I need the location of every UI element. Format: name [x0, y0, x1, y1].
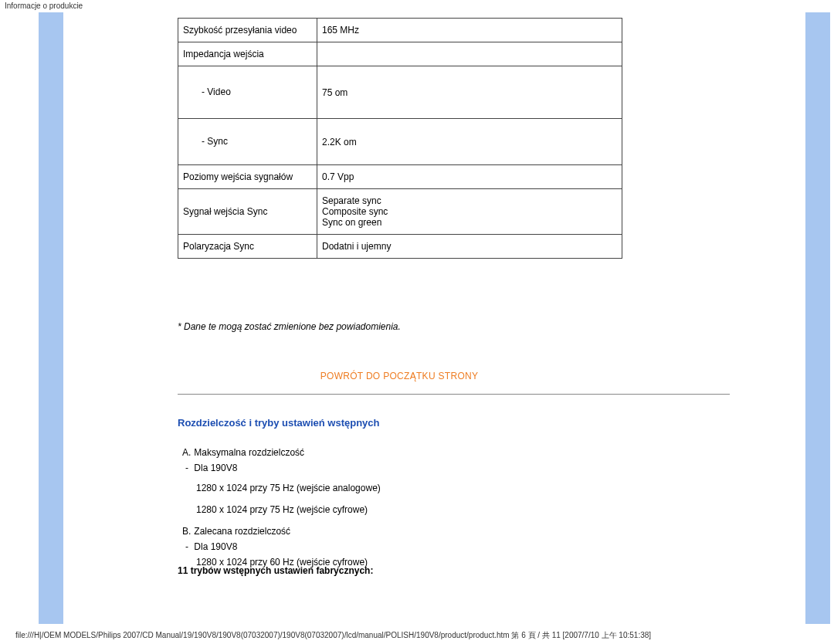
list-text: Dla 190V8 — [194, 541, 237, 552]
spec-label: Szybkość przesyłania video — [178, 19, 317, 42]
spec-label: Polaryzacja Sync — [178, 235, 317, 259]
left-margin-band — [39, 12, 63, 624]
factory-presets-heading: 11 trybów wstępnych ustawień fabrycznych… — [178, 565, 373, 576]
back-to-top-container: POWRÓT DO POCZĄTKU STRONY — [63, 371, 735, 381]
list-item: 1280 x 1024 przy 75 Hz (wejście analogow… — [178, 480, 381, 496]
table-row: Polaryzacja Sync Dodatni i ujemny — [178, 235, 622, 259]
section-heading-resolution: Rozdzielczość i tryby ustawień wstępnych — [178, 417, 380, 429]
document-footer-path: file:///H|/OEM MODELS/Philips 2007/CD Ma… — [15, 630, 819, 641]
spec-value — [317, 42, 622, 66]
horizontal-divider — [178, 394, 730, 395]
disclaimer-text: * Dane te mogą zostać zmienione bez powi… — [178, 321, 401, 332]
spec-label: Sygnał wejścia Sync — [178, 189, 317, 235]
list-marker-a: A. — [178, 445, 192, 460]
list-text: Zalecana rozdzielczość — [194, 526, 290, 537]
list-item: - Dla 190V8 — [178, 539, 381, 554]
list-marker-dash: - — [178, 460, 192, 476]
resolution-block: A. Maksymalna rozdzielczość - Dla 190V8 … — [178, 445, 381, 570]
list-text: 1280 x 1024 przy 75 Hz (wejście cyfrowe) — [196, 504, 368, 515]
list-item: A. Maksymalna rozdzielczość — [178, 445, 381, 460]
back-to-top-link[interactable]: POWRÓT DO POCZĄTKU STRONY — [320, 371, 479, 381]
table-row: Sygnał wejścia Sync Separate sync Compos… — [178, 189, 622, 235]
right-margin-band — [805, 12, 830, 624]
spec-value: 165 MHz — [317, 19, 622, 42]
table-row: - Video 75 om — [178, 66, 622, 119]
spec-value: 0.7 Vpp — [317, 165, 622, 189]
spec-value: 75 om — [317, 66, 622, 119]
table-row: Poziomy wejścia sygnałów 0.7 Vpp — [178, 165, 622, 189]
list-marker-b: B. — [178, 524, 192, 539]
list-text: 1280 x 1024 przy 75 Hz (wejście analogow… — [196, 483, 381, 493]
spec-value: Separate sync Composite sync Sync on gre… — [317, 189, 622, 235]
document-header: Informacje o produkcie — [5, 2, 83, 10]
spec-label: Poziomy wejścia sygnałów — [178, 165, 317, 189]
list-item: B. Zalecana rozdzielczość — [178, 524, 381, 539]
spec-label: - Sync — [178, 119, 317, 165]
spec-value: Dodatni i ujemny — [317, 235, 622, 259]
table-row: - Sync 2.2K om — [178, 119, 622, 165]
table-row: Szybkość przesyłania video 165 MHz — [178, 19, 622, 42]
table-row: Impedancja wejścia — [178, 42, 622, 66]
list-text: Maksymalna rozdzielczość — [194, 447, 304, 458]
list-marker-dash: - — [178, 539, 192, 554]
list-item: - Dla 190V8 — [178, 460, 381, 476]
list-item: 1280 x 1024 przy 75 Hz (wejście cyfrowe) — [178, 502, 381, 517]
specification-table: Szybkość przesyłania video 165 MHz Imped… — [178, 18, 622, 259]
spec-value: 2.2K om — [317, 119, 622, 165]
spec-label: - Video — [178, 66, 317, 119]
spec-label: Impedancja wejścia — [178, 42, 317, 66]
list-text: Dla 190V8 — [194, 463, 237, 473]
content-area: Szybkość przesyłania video 165 MHz Imped… — [63, 12, 803, 624]
